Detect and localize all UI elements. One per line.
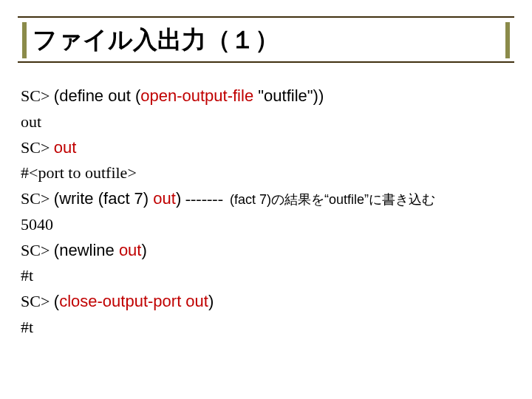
output: #t (21, 318, 33, 336)
title-bar: ファイル入出力（１） (18, 16, 514, 63)
output: out (21, 112, 41, 131)
expr: out (54, 138, 77, 157)
output: #t (21, 266, 33, 284)
expr: (write (fact 7) out) (54, 189, 181, 208)
expr: (close-output-port out) (54, 292, 214, 310)
output: 5040 (21, 215, 53, 233)
output: #<port to outfile> (21, 163, 137, 182)
code-block: SC> (define out (open-output-file "outfi… (18, 83, 514, 341)
dashes: ------- (185, 189, 223, 208)
prompt: SC> (21, 86, 50, 105)
prompt: SC> (21, 138, 50, 157)
prompt: SC> (21, 189, 50, 208)
prompt: SC> (21, 292, 50, 310)
annotation: (fact 7)の結果を“outfile”に書き込む (226, 192, 435, 207)
expr: (define out (open-output-file "outfile")… (54, 86, 324, 105)
expr: (newline out) (54, 241, 147, 259)
slide-title: ファイル入出力（１） (33, 24, 499, 57)
prompt: SC> (21, 241, 50, 259)
